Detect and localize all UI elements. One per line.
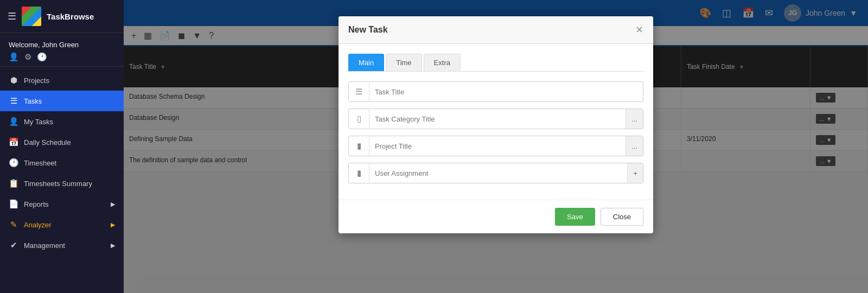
project-title-input[interactable] <box>369 142 626 150</box>
sidebar-item-daily-schedule[interactable]: 📅 Daily Schedule <box>0 132 124 152</box>
reports-arrow: ▶ <box>111 201 115 208</box>
reports-icon: 📄 <box>9 199 18 209</box>
sidebar-item-management[interactable]: ✔ Management ▶ <box>0 235 124 256</box>
tab-main[interactable]: Main <box>348 54 384 71</box>
sidebar-item-tasks[interactable]: ☰ Tasks <box>0 91 124 111</box>
project-title-browse-button[interactable]: ... <box>626 136 643 156</box>
modal-close-button[interactable]: ✕ <box>635 24 643 36</box>
management-arrow: ▶ <box>111 242 115 249</box>
welcome-section: Welcome, John Green 👤 ⚙ 🕐 <box>0 33 124 67</box>
management-icon: ✔ <box>9 240 18 250</box>
user-icon[interactable]: 👤 <box>9 52 19 62</box>
modal-tabs: Main Time Extra <box>348 54 643 72</box>
sidebar-item-projects[interactable]: ⬢ Projects <box>0 70 124 91</box>
user-assignment-input[interactable] <box>369 169 627 177</box>
main-content: 🎨 ◫ 📅 ✉ JG John Green ▼ + ▦ 📄 ◼ ▼ ? Task… <box>124 0 868 293</box>
sidebar-item-analyzer[interactable]: ✎ Analyzer ▶ <box>0 214 124 235</box>
hamburger-icon[interactable]: ☰ <box>8 10 16 22</box>
sidebar-item-reports[interactable]: 📄 Reports ▶ <box>0 194 124 214</box>
app-name: TaskBrowse <box>47 12 94 21</box>
sidebar-item-label: Analyzer <box>24 221 52 229</box>
welcome-icons: 👤 ⚙ 🕐 <box>9 52 115 62</box>
app-logo <box>22 7 41 26</box>
projects-icon: ⬢ <box>9 75 18 85</box>
task-title-input[interactable] <box>369 88 643 96</box>
sidebar-item-my-tasks[interactable]: 👤 My Tasks <box>0 111 124 132</box>
sidebar-item-label: Timesheet <box>24 159 56 167</box>
modal-overlay: New Task ✕ Main Time Extra ☰ ▯ <box>124 0 868 293</box>
gear-icon[interactable]: ⚙ <box>24 52 31 62</box>
modal-header: New Task ✕ <box>339 16 653 44</box>
my-tasks-icon: 👤 <box>9 117 18 126</box>
project-title-field: ▮ ... <box>348 136 643 156</box>
tab-extra[interactable]: Extra <box>424 54 461 71</box>
sidebar-item-label: My Tasks <box>24 118 53 126</box>
sidebar-header: ☰ TaskBrowse <box>0 0 124 33</box>
modal-footer: Save Close <box>339 200 653 233</box>
tasks-icon: ☰ <box>9 96 18 106</box>
task-title-field: ☰ <box>348 81 643 102</box>
analyzer-arrow: ▶ <box>111 221 115 228</box>
user-assignment-add-button[interactable]: + <box>627 163 643 183</box>
sidebar-item-label: Reports <box>24 200 49 208</box>
task-category-icon: ▯ <box>349 109 369 129</box>
task-title-icon: ☰ <box>349 82 369 101</box>
sidebar-item-timesheet[interactable]: 🕐 Timesheet <box>0 152 124 173</box>
new-task-modal: New Task ✕ Main Time Extra ☰ ▯ <box>339 16 653 233</box>
sidebar: ☰ TaskBrowse Welcome, John Green 👤 ⚙ 🕐 ⬢… <box>0 0 124 293</box>
user-assignment-field: ▮ + <box>348 163 643 183</box>
user-assignment-icon: ▮ <box>349 163 369 183</box>
sidebar-item-label: Projects <box>24 77 49 85</box>
clock-icon[interactable]: 🕐 <box>37 52 47 62</box>
sidebar-nav: ⬢ Projects ☰ Tasks 👤 My Tasks 📅 Daily Sc… <box>0 67 124 293</box>
task-category-field: ▯ ... <box>348 109 643 129</box>
save-button[interactable]: Save <box>555 208 595 226</box>
tab-time[interactable]: Time <box>386 54 422 71</box>
welcome-text: Welcome, John Green <box>9 41 115 49</box>
sidebar-item-label: Management <box>24 241 65 250</box>
sidebar-item-label: Daily Schedule <box>24 138 71 146</box>
analyzer-icon: ✎ <box>9 220 18 230</box>
sidebar-item-label: Tasks <box>24 97 42 105</box>
modal-title: New Task <box>348 25 388 35</box>
daily-schedule-icon: 📅 <box>9 137 18 147</box>
timesheet-icon: 🕐 <box>9 158 18 168</box>
task-category-input[interactable] <box>369 115 626 123</box>
timesheets-summary-icon: 📋 <box>9 179 18 188</box>
close-button[interactable]: Close <box>601 208 643 226</box>
sidebar-item-label: Timesheets Summary <box>24 180 92 188</box>
sidebar-item-timesheets-summary[interactable]: 📋 Timesheets Summary <box>0 173 124 194</box>
modal-body: Main Time Extra ☰ ▯ ... ▮ <box>339 44 653 200</box>
task-category-browse-button[interactable]: ... <box>626 109 643 129</box>
project-title-icon: ▮ <box>349 136 369 156</box>
